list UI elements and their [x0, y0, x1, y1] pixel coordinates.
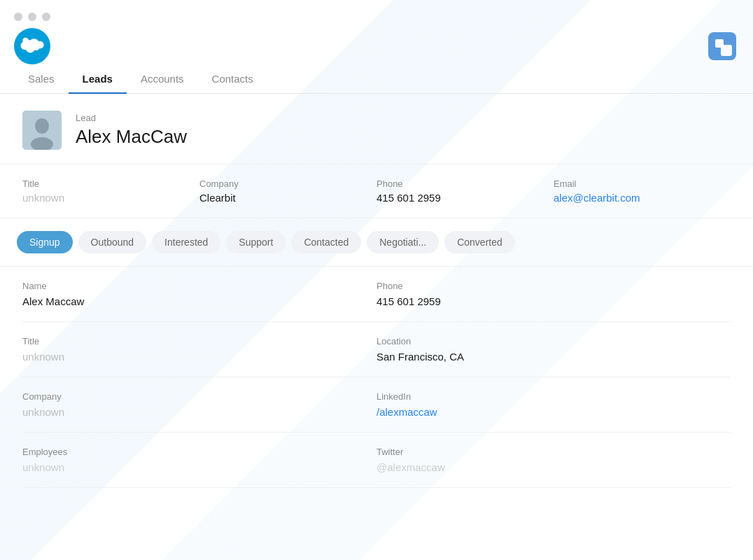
main-content: Lead Alex MacCaw Title unknown Company C… [0, 94, 753, 488]
detail-title: Title unknown [22, 322, 376, 377]
company-value: Clearbit [199, 192, 376, 204]
traffic-light-close[interactable] [14, 13, 22, 21]
field-title: Title unknown [22, 178, 199, 204]
salesforce-logo[interactable] [14, 28, 50, 64]
svg-rect-1 [721, 45, 728, 52]
email-label: Email [554, 178, 731, 189]
detail-location: Location San Francisco, CA [376, 322, 731, 377]
lead-fields: Title unknown Company Clearbit Phone 415… [0, 164, 753, 218]
detail-phone-value: 415 601 2959 [376, 295, 731, 307]
detail-phone: Phone 415 601 2959 [376, 267, 731, 322]
stage-signup[interactable]: Signup [17, 231, 73, 253]
detail-title-value: unknown [22, 351, 376, 363]
detail-left: Name Alex Maccaw Title unknown Company u… [22, 267, 376, 488]
tab-accounts[interactable]: Accounts [127, 64, 198, 93]
detail-right: Phone 415 601 2959 Location San Francisc… [376, 267, 731, 488]
tab-sales[interactable]: Sales [14, 64, 69, 93]
tab-leads[interactable]: Leads [69, 64, 127, 93]
detail-twitter: Twitter @alexmaccaw [376, 433, 731, 488]
detail-twitter-label: Twitter [376, 447, 731, 457]
detail-linkedin-label: LinkedIn [376, 391, 731, 402]
stage-support[interactable]: Support [226, 231, 286, 253]
traffic-light-maximize[interactable] [42, 13, 50, 21]
detail-company-value: unknown [22, 406, 376, 418]
lead-type-label: Lead [76, 113, 187, 123]
phone-label: Phone [376, 178, 554, 189]
svg-rect-0 [715, 39, 724, 48]
detail-phone-label: Phone [376, 281, 731, 291]
nav-tabs: Sales Leads Accounts Contacts [0, 64, 753, 94]
lead-header: Lead Alex MacCaw [0, 94, 753, 164]
detail-title-label: Title [22, 336, 376, 346]
detail-location-value: San Francisco, CA [376, 351, 731, 363]
svg-point-3 [35, 118, 49, 134]
pipeline-stages: Signup Outbound Interested Support Conta… [0, 218, 753, 267]
detail-linkedin-value[interactable]: /alexmaccaw [376, 406, 731, 418]
detail-company-label: Company [22, 391, 376, 402]
stage-negotiation[interactable]: Negotiati... [367, 231, 439, 253]
clearbit-icon[interactable] [708, 32, 736, 60]
lead-name: Alex MacCaw [76, 126, 187, 148]
title-value: unknown [22, 192, 199, 204]
tab-contacts[interactable]: Contacts [198, 64, 267, 93]
stage-contacted[interactable]: Contacted [291, 231, 361, 253]
lead-avatar [22, 111, 62, 150]
detail-name-label: Name [22, 281, 376, 291]
field-company: Company Clearbit [199, 178, 376, 204]
detail-name-value: Alex Maccaw [22, 295, 376, 307]
lead-info: Lead Alex MacCaw [76, 113, 187, 148]
detail-name: Name Alex Maccaw [22, 267, 376, 322]
stage-interested[interactable]: Interested [152, 231, 220, 253]
detail-employees-label: Employees [22, 447, 376, 457]
detail-linkedin: LinkedIn /alexmaccaw [376, 377, 731, 433]
detail-twitter-value: @alexmaccaw [376, 461, 731, 473]
email-value[interactable]: alex@clearbit.com [554, 192, 731, 204]
title-label: Title [22, 178, 199, 189]
stage-converted[interactable]: Converted [444, 231, 515, 253]
top-bar [0, 28, 753, 64]
field-email: Email alex@clearbit.com [554, 178, 731, 204]
traffic-light-minimize[interactable] [28, 13, 36, 21]
traffic-lights [0, 0, 753, 28]
detail-location-label: Location [376, 336, 731, 346]
detail-company: Company unknown [22, 377, 376, 433]
company-label: Company [199, 178, 376, 189]
detail-employees: Employees unknown [22, 433, 376, 488]
field-phone: Phone 415 601 2959 [376, 178, 554, 204]
phone-value: 415 601 2959 [376, 192, 554, 204]
detail-section: Name Alex Maccaw Title unknown Company u… [0, 267, 753, 488]
detail-employees-value: unknown [22, 461, 376, 473]
stage-outbound[interactable]: Outbound [78, 231, 147, 253]
